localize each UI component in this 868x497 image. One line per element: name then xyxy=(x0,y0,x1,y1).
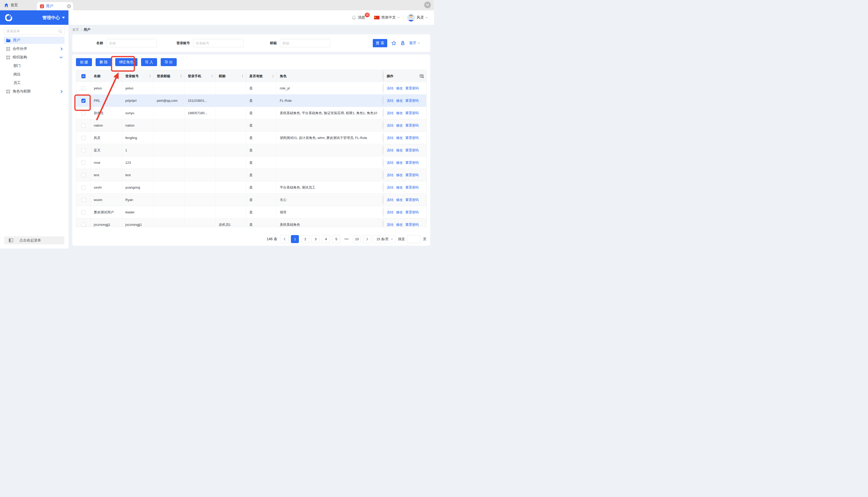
sidebar-item-organization[interactable]: 组织架构 xyxy=(4,54,65,61)
breadcrumb-home[interactable]: 首页 xyxy=(72,27,79,32)
row-checkbox[interactable] xyxy=(81,173,86,177)
action-link[interactable]: 修改 xyxy=(396,210,403,215)
action-link[interactable]: 修改 xyxy=(396,111,403,115)
create-button[interactable]: 创 建 xyxy=(76,58,92,66)
action-link[interactable]: 重置密码 xyxy=(405,148,419,153)
column-menu-icon[interactable]: ⋮ xyxy=(148,74,154,78)
page-button[interactable]: 2 xyxy=(301,235,309,243)
menu-search-box[interactable] xyxy=(4,28,65,34)
jump-page-input[interactable] xyxy=(407,235,421,243)
page-button[interactable]: 4 xyxy=(322,235,330,243)
action-link[interactable]: 重置密码 xyxy=(405,98,419,103)
prev-page-button[interactable] xyxy=(281,235,288,243)
action-link[interactable]: 冻结 xyxy=(387,185,394,190)
action-link[interactable]: 重置密码 xyxy=(405,136,419,140)
action-link[interactable]: 修改 xyxy=(396,86,403,91)
action-link[interactable]: 重置密码 xyxy=(405,185,419,190)
sidebar-item-departments[interactable]: 部门 xyxy=(4,62,65,70)
action-link[interactable]: 修改 xyxy=(396,148,403,153)
bind-role-button[interactable]: 绑定角色 xyxy=(115,58,138,66)
sidebar-item-users[interactable]: 用户 xyxy=(4,37,65,44)
user-menu[interactable]: 风灵 xyxy=(407,14,428,22)
tab-users[interactable]: 用户 ✕ xyxy=(37,2,73,10)
column-menu-icon[interactable]: ⋮ xyxy=(271,74,276,78)
row-checkbox[interactable] xyxy=(81,124,86,128)
page-size-select[interactable]: 15 条/页 ∨ xyxy=(373,235,396,243)
action-link[interactable]: 冻结 xyxy=(387,198,394,202)
search-button[interactable]: 搜 索 xyxy=(373,39,387,47)
row-checkbox[interactable] xyxy=(81,185,86,189)
action-link[interactable]: 修改 xyxy=(396,173,403,178)
row-checkbox[interactable] xyxy=(81,210,86,214)
expand-toggle[interactable]: 展开 xyxy=(409,41,420,45)
action-link[interactable]: 重置密码 xyxy=(405,123,419,128)
favorite-star-icon[interactable] xyxy=(391,41,396,46)
collapse-menu-button[interactable]: 点击收起菜单 xyxy=(4,236,64,244)
action-link[interactable]: 修改 xyxy=(396,123,403,128)
home-shortcut[interactable]: 首页 xyxy=(0,0,23,10)
email-filter-input[interactable] xyxy=(280,39,330,47)
tabbar-chevron-button[interactable] xyxy=(424,2,431,8)
action-link[interactable]: 冻结 xyxy=(387,136,394,140)
cell-account: yeluo xyxy=(122,82,154,94)
action-link[interactable]: 修改 xyxy=(396,136,403,140)
page-button[interactable]: 10 xyxy=(353,235,361,243)
action-link[interactable]: 修改 xyxy=(396,98,403,103)
page-ellipsis[interactable]: ••• xyxy=(343,235,351,243)
page-button[interactable]: 1 xyxy=(291,235,299,243)
sidebar-item-partners[interactable]: 合作伙伴 xyxy=(4,45,65,53)
action-link[interactable]: 修改 xyxy=(396,160,403,165)
action-link[interactable]: 修改 xyxy=(396,185,403,190)
action-link[interactable]: 冻结 xyxy=(387,223,394,227)
row-checkbox[interactable] xyxy=(81,99,86,103)
action-link[interactable]: 重置密码 xyxy=(405,111,419,115)
row-checkbox[interactable] xyxy=(81,111,86,115)
select-all-checkbox[interactable] xyxy=(81,74,86,78)
row-checkbox[interactable] xyxy=(81,198,86,202)
row-checkbox[interactable] xyxy=(81,136,86,140)
action-link[interactable]: 重置密码 xyxy=(405,223,419,227)
pagination: 146 条 12345•••10 15 条/页 ∨ 跳至 页 xyxy=(267,235,427,243)
close-icon[interactable]: ✕ xyxy=(67,4,71,8)
language-selector[interactable]: 简体中文 xyxy=(374,15,400,20)
name-filter-input[interactable] xyxy=(106,39,157,47)
sidebar-item-positions[interactable]: 岗位 xyxy=(4,71,65,78)
messages-button[interactable]: 消息 15 xyxy=(352,15,367,20)
action-link[interactable]: 重置密码 xyxy=(405,160,419,165)
sidebar-item-roles-permissions[interactable]: 角色与权限 xyxy=(4,88,65,95)
import-button[interactable]: 导 入 xyxy=(141,58,157,66)
page-button[interactable]: 3 xyxy=(312,235,319,243)
row-checkbox[interactable] xyxy=(81,86,86,90)
action-link[interactable]: 冻结 xyxy=(387,210,394,215)
delete-button[interactable]: 删 除 xyxy=(96,58,112,66)
action-link[interactable]: 重置密码 xyxy=(405,173,419,178)
export-button[interactable]: 导 出 xyxy=(161,58,177,66)
action-link[interactable]: 冻结 xyxy=(387,111,394,115)
action-link[interactable]: 修改 xyxy=(396,223,403,227)
clear-brush-icon[interactable] xyxy=(400,41,405,46)
action-link[interactable]: 冻结 xyxy=(387,86,394,91)
sidebar-item-employees[interactable]: 员工 xyxy=(4,79,65,87)
column-menu-icon[interactable]: ⋮ xyxy=(211,74,215,78)
action-link[interactable]: 冻结 xyxy=(387,173,394,178)
action-link[interactable]: 冻结 xyxy=(387,98,394,103)
row-checkbox[interactable] xyxy=(81,223,86,227)
action-link[interactable]: 冻结 xyxy=(387,123,394,128)
page-button[interactable]: 5 xyxy=(332,235,340,243)
app-title-dropdown[interactable]: 管理中心 xyxy=(42,15,65,21)
action-link[interactable]: 修改 xyxy=(396,198,403,202)
column-settings-icon[interactable] xyxy=(420,74,426,78)
action-link[interactable]: 冻结 xyxy=(387,160,394,165)
next-page-button[interactable] xyxy=(363,235,371,243)
column-menu-icon[interactable]: ⋮ xyxy=(241,74,246,78)
column-menu-icon[interactable]: ⋮ xyxy=(180,74,184,78)
action-link[interactable]: 重置密码 xyxy=(405,210,419,215)
column-menu-icon[interactable]: ⋮ xyxy=(117,74,122,78)
row-checkbox[interactable] xyxy=(81,161,86,165)
action-link[interactable]: 冻结 xyxy=(387,148,394,153)
action-link[interactable]: 重置密码 xyxy=(405,86,419,91)
menu-search-input[interactable] xyxy=(6,29,57,33)
account-filter-input[interactable] xyxy=(193,39,244,47)
action-link[interactable]: 重置密码 xyxy=(405,198,419,202)
row-checkbox[interactable] xyxy=(81,148,86,152)
